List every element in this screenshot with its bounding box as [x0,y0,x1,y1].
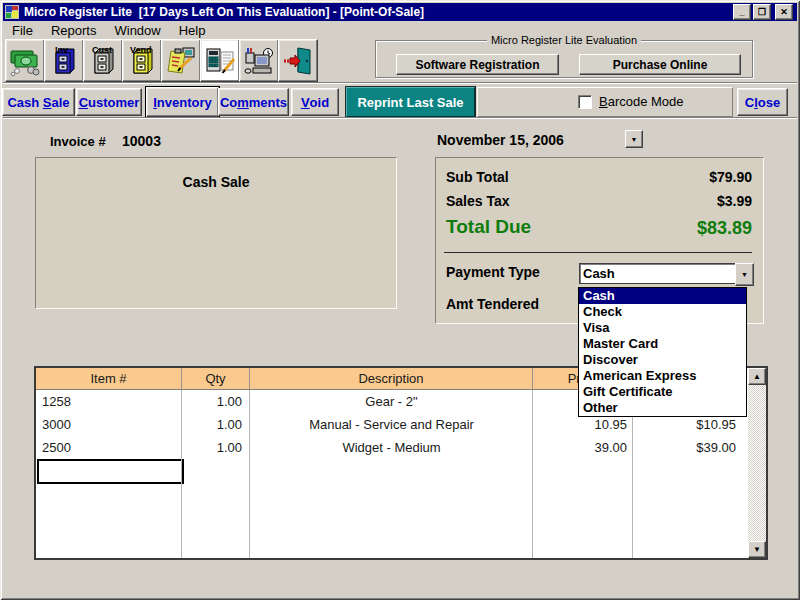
invoice-date: November 15, 2006 [437,132,564,148]
sales-tax-label: Sales Tax [446,193,510,209]
payment-option[interactable]: Visa [579,320,746,336]
grid-cell[interactable]: 2500 [36,436,182,459]
amt-tendered-label: Amt Tendered [446,296,539,312]
grid-cell[interactable]: $39.00 [633,436,744,459]
purchase-online-button[interactable]: Purchase Online [579,54,741,75]
payment-type-dropdown-button[interactable]: ▼ [735,263,754,286]
inventory-cabinet-icon: Inv [48,45,80,77]
evaluation-groupbox: Micro Register Lite Evaluation Software … [375,40,753,78]
payment-option[interactable]: Cash [579,288,746,304]
grid-cell[interactable]: 39.00 [533,436,633,459]
window-title: Micro Register Lite [17 Days Left On Thi… [24,5,733,19]
grid-header-cell: Item # [36,368,182,389]
cash-register-button[interactable] [5,39,45,82]
selected-cell[interactable] [37,459,184,484]
application-window: { "window": { "title": "Micro Register L… [0,0,800,600]
invoice-number: 10003 [122,133,161,149]
tab-customer[interactable]: Customer [76,88,142,116]
payment-option[interactable]: American Express [579,368,746,384]
grid-cell[interactable]: Manual - Service and Repair [250,413,533,436]
calculator-icon [204,45,236,77]
vendor-cabinet-icon: Vend [126,45,158,77]
grid-cell[interactable]: 1.00 [182,436,250,459]
vendor-button[interactable]: Vend [122,39,162,82]
payment-option[interactable]: Discover [579,352,746,368]
grid-cell[interactable]: 1.00 [182,390,250,413]
scroll-up-button[interactable]: ▲ [748,368,766,385]
exit-button[interactable] [278,39,318,82]
invoice-label: Invoice # [50,134,106,149]
payment-option[interactable]: Other [579,400,746,416]
total-due-value: $83.89 [697,218,752,239]
svg-text:Vend: Vend [130,45,152,55]
payment-type-combobox[interactable]: Cash [579,263,736,284]
payment-type-listbox: CashCheckVisaMaster CardDiscoverAmerican… [578,287,747,417]
menu-help[interactable]: Help [170,23,215,38]
barcode-mode-checkbox[interactable] [578,95,592,109]
tab-void[interactable]: Void [291,88,339,116]
title-bar[interactable]: Micro Register Lite [17 Days Left On Thi… [3,3,797,21]
restore-button[interactable]: ❐ [753,4,771,20]
sale-type-text: Cash Sale [183,174,250,190]
reprint-last-sale-button[interactable]: Reprint Last Sale [346,87,475,117]
grid-cell[interactable]: Widget - Medium [250,436,533,459]
tab-comments[interactable]: Comments [218,88,289,116]
divider [3,117,797,119]
grid-cell[interactable]: 1.00 [182,413,250,436]
tab-cash-sale[interactable]: Cash Sale [2,88,75,116]
menu-reports[interactable]: Reports [42,23,106,38]
customer-cabinet-icon: Cust [87,45,119,77]
grid-header-cell: Qty [182,368,250,389]
minimize-button[interactable]: _ [733,4,751,20]
date-dropdown-button[interactable]: ▼ [625,130,643,148]
grid-header-cell: Description [250,368,533,389]
money-icon [9,45,41,77]
tab-inventory[interactable]: Inventory [146,87,219,117]
grid-cell[interactable]: 3000 [36,413,182,436]
evaluation-title: Micro Register Lite Evaluation [487,34,641,46]
window-close-button[interactable]: ✕ [775,4,793,20]
totals-separator [444,252,752,253]
grid-cell[interactable]: 1258 [36,390,182,413]
menu-window[interactable]: Window [105,23,169,38]
exit-door-icon [282,45,314,77]
grid-cell[interactable]: Gear - 2" [250,390,533,413]
clipboard-icon [165,45,197,77]
sales-tax-value: $3.99 [717,193,752,209]
customer-button[interactable]: Cust [83,39,123,82]
sub-total-label: Sub Total [446,169,509,185]
total-due-label: Total Due [446,216,531,238]
payment-option[interactable]: Master Card [579,336,746,352]
payment-option[interactable]: Gift Certificate [579,384,746,400]
workstation-icon [243,45,275,77]
software-registration-button[interactable]: Software Registration [396,54,559,75]
svg-text:Inv: Inv [55,45,68,55]
sub-total-value: $79.90 [709,169,752,185]
point-of-sale-button[interactable] [161,39,201,82]
workstation-button[interactable] [239,39,279,82]
barcode-panel: Barcode Mode [477,87,733,117]
close-button[interactable]: Close [737,88,788,116]
svg-text:Cust: Cust [92,45,112,55]
app-icon [5,5,19,19]
menu-file[interactable]: File [3,23,42,38]
scroll-down-button[interactable]: ▼ [748,541,766,558]
inventory-button[interactable]: Inv [44,39,84,82]
calculator-button[interactable] [200,39,240,82]
grid-scrollbar[interactable]: ▲ ▼ [748,368,766,558]
payment-type-value: Cash [583,266,615,281]
payment-type-label: Payment Type [446,264,540,280]
payment-option[interactable]: Check [579,304,746,320]
menu-bar: File Reports Window Help [3,22,797,38]
sale-type-box: Cash Sale [35,157,397,309]
barcode-mode-label: Barcode Mode [599,94,684,109]
toolbar: Inv Cust Vend [3,38,797,83]
